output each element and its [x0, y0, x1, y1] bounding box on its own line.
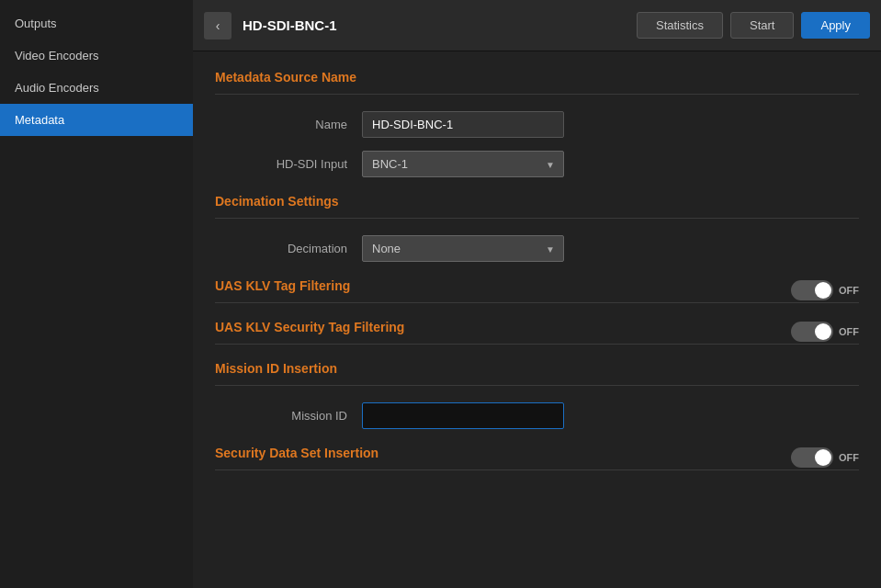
- mission-id-label: Mission ID: [215, 409, 362, 423]
- name-row: Name: [215, 111, 859, 138]
- uas-klv-security-toggle[interactable]: [791, 322, 833, 342]
- security-data-toggle-wrap[interactable]: OFF: [791, 447, 859, 468]
- name-input[interactable]: [362, 111, 564, 138]
- mission-id-section-title: Mission ID Insertion: [215, 361, 859, 376]
- mission-id-input[interactable]: [362, 402, 564, 429]
- uas-klv-security-section: UAS KLV Security Tag Filtering OFF: [215, 320, 859, 345]
- mission-id-row: Mission ID: [215, 402, 859, 429]
- content-area: Metadata Source Name Name HD-SDI Input B…: [193, 51, 881, 588]
- decimation-section-title: Decimation Settings: [215, 194, 859, 209]
- statistics-button[interactable]: Statistics: [637, 12, 723, 39]
- sidebar-item-metadata[interactable]: Metadata: [0, 104, 193, 136]
- uas-klv-toggle-label: OFF: [839, 285, 859, 296]
- section-divider-4: [215, 344, 859, 345]
- decimation-row: Decimation None 2 4 8 16 ▼: [215, 235, 859, 262]
- header-bar: ‹ HD-SDI-BNC-1 Statistics Start Apply: [193, 0, 881, 51]
- uas-klv-security-toggle-section: UAS KLV Security Tag Filtering OFF: [215, 320, 859, 344]
- apply-button[interactable]: Apply: [801, 12, 870, 39]
- section-divider-2: [215, 218, 859, 219]
- sidebar-item-audio-encoders[interactable]: Audio Encoders: [0, 72, 193, 104]
- metadata-source-title: Metadata Source Name: [215, 70, 859, 85]
- security-data-toggle-knob: [815, 449, 831, 466]
- section-divider-3: [215, 302, 859, 303]
- start-button[interactable]: Start: [730, 12, 794, 39]
- hdsdi-label: HD-SDI Input: [215, 157, 362, 171]
- sidebar: Outputs Video Encoders Audio Encoders Me…: [0, 0, 193, 588]
- security-data-section: Security Data Set Insertion OFF: [215, 446, 859, 470]
- uas-klv-toggle-knob: [815, 282, 831, 299]
- security-data-toggle-section: Security Data Set Insertion OFF: [215, 446, 859, 469]
- mission-id-section: Mission ID Insertion Mission ID: [215, 361, 859, 429]
- security-data-toggle[interactable]: [791, 447, 833, 468]
- main-panel: ‹ HD-SDI-BNC-1 Statistics Start Apply Me…: [193, 0, 881, 588]
- metadata-source-section: Metadata Source Name Name HD-SDI Input B…: [215, 70, 859, 177]
- back-button[interactable]: ‹: [204, 12, 232, 40]
- uas-klv-section: UAS KLV Tag Filtering OFF: [215, 278, 859, 303]
- security-data-title: Security Data Set Insertion: [215, 446, 378, 460]
- uas-klv-security-toggle-knob: [815, 323, 831, 340]
- uas-klv-toggle-section: UAS KLV Tag Filtering OFF: [215, 278, 859, 302]
- sidebar-item-outputs[interactable]: Outputs: [0, 7, 193, 40]
- uas-klv-toggle-wrap[interactable]: OFF: [791, 280, 859, 300]
- section-divider-1: [215, 94, 859, 95]
- section-divider-5: [215, 385, 859, 386]
- uas-klv-toggle[interactable]: [791, 280, 833, 300]
- hdsdi-row: HD-SDI Input BNC-1 BNC-2 BNC-3 ▼: [215, 151, 859, 177]
- name-label: Name: [215, 118, 362, 131]
- decimation-section: Decimation Settings Decimation None 2 4 …: [215, 194, 859, 262]
- decimation-select-wrapper: None 2 4 8 16 ▼: [362, 235, 564, 262]
- security-data-toggle-label: OFF: [839, 452, 859, 463]
- sidebar-item-video-encoders[interactable]: Video Encoders: [0, 40, 193, 72]
- uas-klv-security-toggle-label: OFF: [839, 326, 859, 337]
- decimation-select[interactable]: None 2 4 8 16: [362, 235, 564, 262]
- hdsdi-select-wrapper: BNC-1 BNC-2 BNC-3 ▼: [362, 151, 564, 177]
- uas-klv-security-title: UAS KLV Security Tag Filtering: [215, 320, 404, 334]
- uas-klv-title: UAS KLV Tag Filtering: [215, 278, 350, 293]
- decimation-label: Decimation: [215, 242, 362, 255]
- page-title: HD-SDI-BNC-1: [243, 17, 629, 33]
- hdsdi-select[interactable]: BNC-1 BNC-2 BNC-3: [362, 151, 564, 177]
- section-divider-6: [215, 469, 859, 470]
- uas-klv-security-toggle-wrap[interactable]: OFF: [791, 322, 859, 342]
